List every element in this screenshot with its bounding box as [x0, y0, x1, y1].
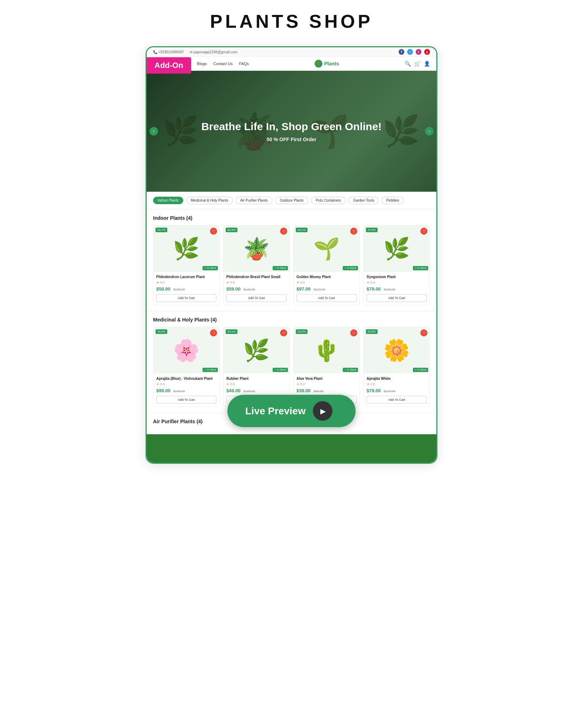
product-price: $79.00	[367, 388, 381, 393]
star-icon: ★	[367, 382, 369, 386]
play-button[interactable]: ▶	[313, 401, 332, 421]
instagram-icon[interactable]: i	[416, 49, 421, 55]
in-stock-badge: ✓ In Stock	[413, 266, 428, 270]
product-name: Rubber Plant	[226, 376, 287, 381]
add-to-cart-button[interactable]: Add To Cart	[296, 294, 357, 302]
wishlist-button[interactable]: ♡	[350, 228, 357, 235]
wishlist-button[interactable]: ♡	[420, 329, 427, 336]
pinterest-icon[interactable]: p	[424, 49, 430, 55]
product-rating: ★ 0.0	[367, 382, 427, 386]
product-info: Aprajita White ★ 0.0 $79.00 $123.00 Add …	[364, 373, 430, 406]
cart-icon[interactable]: 🛒	[414, 61, 420, 67]
hero-title: Breathe Life In, Shop Green Online!	[201, 120, 382, 133]
original-price: $149.00	[384, 288, 395, 291]
nav-logo[interactable]: 🌿 Plants	[315, 60, 339, 68]
live-preview-label: Live Preview	[245, 405, 306, 417]
discount-badge: 25.6%	[156, 329, 167, 334]
cat-tab-pots[interactable]: Pots Containers	[311, 197, 346, 204]
wishlist-button[interactable]: ♡	[210, 329, 217, 336]
cat-tab-indoor[interactable]: Indoor Plants	[153, 197, 183, 204]
price-row: $59.00 $149.00	[226, 286, 287, 292]
product-info: Golden Money Plant ★ 0.0 $97.00 $119.00 …	[294, 272, 359, 305]
product-image: 🌸 ✓ In Stock	[153, 327, 219, 373]
price-row: $79.00 $149.00	[367, 286, 427, 292]
product-rating: ★ 0.0	[226, 281, 287, 284]
product-image: 🌱 ✓ In Stock	[294, 225, 359, 272]
nav-faqs[interactable]: FAQs	[239, 62, 249, 66]
medicinal-section-title: Medicinal & Holy Plants (4)	[153, 317, 430, 323]
plant-icon: 🌸	[173, 338, 200, 363]
logo-icon: 🌿	[315, 60, 322, 68]
original-price: $149.00	[243, 288, 255, 291]
hero-content: Breathe Life In, Shop Green Online! 50 %…	[201, 120, 382, 142]
indoor-products-grid: 43.7% ♡ 🌿 ✓ In Stock Philodendron Laceru…	[153, 225, 430, 305]
cat-tab-air-purifier[interactable]: Air Purifier Plants	[236, 197, 272, 204]
original-price: $123.00	[384, 389, 395, 393]
add-to-cart-button[interactable]: Add To Cart	[226, 294, 287, 302]
rating-value: 0.0	[160, 382, 165, 386]
nav-contact[interactable]: Contact Us	[213, 62, 232, 66]
product-rating: ★ 0.0	[156, 281, 216, 284]
star-icon: ★	[296, 382, 299, 386]
top-bar-left: 📞 +919016996697 ✉ paponapp2248@gmail.com	[153, 50, 237, 54]
rating-value: 0.0	[230, 281, 235, 284]
add-to-cart-button[interactable]: Add To Cart	[367, 396, 427, 404]
discount-badge: 43.7%	[156, 228, 167, 232]
plant-icon: 🌿	[243, 338, 270, 363]
in-stock-badge: ✓ In Stock	[273, 266, 288, 270]
wishlist-button[interactable]: ♡	[280, 329, 287, 336]
original-price: $103.00	[173, 288, 185, 291]
user-icon[interactable]: 👤	[424, 61, 430, 67]
product-info: Aprajita (Blue) - Vishnukant Plant ★ 0.0…	[153, 373, 219, 406]
plant-icon: 🌼	[383, 338, 410, 363]
product-card: 43.7% ♡ 🌿 ✓ In Stock Philodendron Laceru…	[153, 225, 220, 305]
live-preview-overlay: Live Preview ▶	[227, 395, 356, 427]
product-card: 55.8% ♡ 🌼 ✓ In Stock Aprajita White ★ 0.…	[363, 327, 430, 407]
cat-tab-outdoor[interactable]: Outdoor Plants	[275, 197, 308, 204]
rating-value: 0.0	[160, 281, 165, 284]
star-icon: ★	[296, 281, 299, 284]
original-price: $105.00	[243, 389, 255, 393]
add-to-cart-button[interactable]: Add To Cart	[156, 396, 216, 404]
star-icon: ★	[367, 281, 369, 284]
wishlist-button[interactable]: ♡	[210, 228, 217, 235]
star-icon: ★	[156, 281, 159, 284]
cat-tab-pebbles[interactable]: Pebbles	[382, 197, 404, 204]
product-rating: ★ 0.0	[296, 382, 357, 386]
wishlist-button[interactable]: ♡	[280, 228, 287, 235]
cat-tab-garden-tools[interactable]: Garden Tools	[348, 197, 379, 204]
plant-icon: 🪴	[243, 236, 270, 261]
add-to-cart-button[interactable]: Add To Cart	[156, 294, 216, 302]
product-card: 47.0% ♡ 🌿 ✓ In Stock Syngonium Plant ★ 0…	[363, 225, 430, 305]
in-stock-badge: ✓ In Stock	[343, 368, 358, 372]
twitter-icon[interactable]: t	[407, 49, 413, 55]
hero-prev-arrow[interactable]: ‹	[149, 127, 158, 135]
product-rating: ★ 0.0	[156, 382, 216, 386]
product-info: Philodendron Brasil Plant Small ★ 0.0 $5…	[224, 272, 289, 305]
price-row: $97.00 $119.00	[296, 286, 357, 292]
discount-badge: 55.8%	[366, 329, 378, 334]
in-stock-badge: ✓ In Stock	[343, 266, 358, 270]
addon-badge: Add-On	[147, 57, 191, 74]
in-stock-badge: ✓ In Stock	[203, 266, 218, 270]
phone: 📞 +919016996697	[153, 50, 184, 54]
product-price: $97.00	[296, 286, 311, 292]
wishlist-button[interactable]: ♡	[420, 228, 427, 235]
device-frame: Add-On 📞 +919016996697 ✉ paponapp2248@gm…	[146, 46, 437, 464]
product-image: 🌿 ✓ In Stock	[364, 225, 430, 272]
add-to-cart-button[interactable]: Add To Cart	[367, 294, 427, 302]
search-icon[interactable]: 🔍	[405, 61, 411, 67]
plant-icon: 🌿	[173, 236, 200, 261]
cat-tab-medicinal[interactable]: Medicinal & Holy Plants	[186, 197, 233, 204]
wishlist-button[interactable]: ♡	[350, 329, 357, 336]
hero-next-arrow[interactable]: ›	[425, 127, 434, 135]
nav-blogs[interactable]: Blogs	[197, 62, 207, 66]
price-row: $99.00 $133.00	[156, 387, 216, 394]
star-icon: ★	[156, 382, 159, 386]
product-name: Aloe Vera Plant	[296, 376, 357, 381]
facebook-icon[interactable]: f	[399, 49, 404, 55]
rating-value: 0.0	[300, 382, 305, 386]
product-price: $99.00	[156, 388, 170, 393]
footer-bar	[147, 434, 436, 463]
product-price: $79.00	[367, 286, 381, 292]
